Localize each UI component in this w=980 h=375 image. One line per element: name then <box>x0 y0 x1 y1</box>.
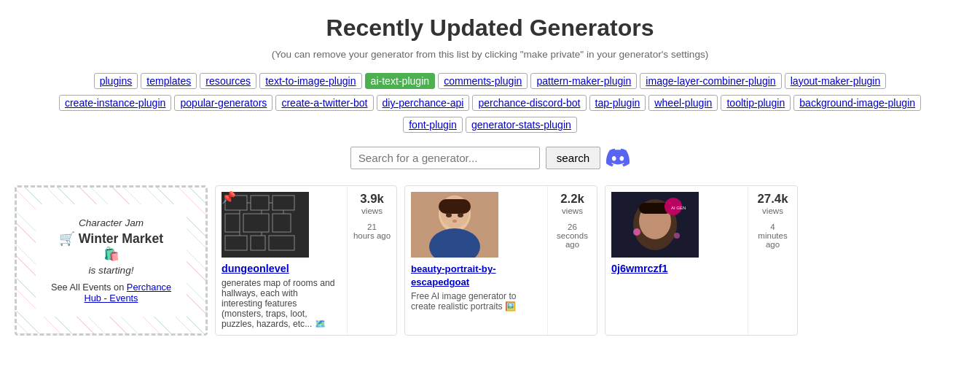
tag-comments-plugin[interactable]: comments-plugin <box>438 73 528 89</box>
search-button[interactable]: search <box>546 147 601 169</box>
event-card: Character Jam 🛒 Winter Market 🛍️ is star… <box>15 185 208 336</box>
tag-tap-plugin[interactable]: tap-plugin <box>589 95 646 111</box>
card4-time-label: minutes <box>758 231 787 240</box>
pin-icon: 📌 <box>222 190 236 204</box>
tag-layout-maker-plugin[interactable]: layout-maker-plugin <box>785 73 887 89</box>
tag-ai-text-plugin[interactable]: ai-text-plugin <box>365 73 436 89</box>
tag-text-to-image-plugin[interactable]: text-to-image-plugin <box>259 73 361 89</box>
tag-diy-perchance-api[interactable]: diy-perchance-api <box>377 95 470 111</box>
event-subtitle: is starting! <box>50 265 172 276</box>
page-subtitle: (You can remove your generator from this… <box>15 49 965 60</box>
tag-image-layer-combiner-plugin[interactable]: image-layer-combiner-plugin <box>640 73 781 89</box>
dungeonlevel-views-label: views <box>361 206 383 215</box>
event-card-inner: Character Jam 🛒 Winter Market 🛍️ is star… <box>36 204 187 317</box>
svg-point-24 <box>452 220 457 223</box>
beauty-portrait-emoji: 🖼️ <box>505 301 516 312</box>
tag-templates[interactable]: templates <box>141 73 197 89</box>
tag-plugins[interactable]: plugins <box>94 73 138 89</box>
beauty-portrait-stats: 2.2k views 26 seconds ago <box>547 186 597 335</box>
beauty-portrait-views-block: 2.2k views <box>560 192 584 215</box>
beauty-portrait-left: beauty-portrait-by-escapedgoat Free AI i… <box>405 186 547 335</box>
event-jam-label: Character Jam <box>50 217 172 228</box>
card4-views-label: views <box>762 206 783 215</box>
card4-time-val: 4 <box>770 223 775 231</box>
dungeonlevel-hours-val: 21 <box>367 223 377 231</box>
svg-point-22 <box>446 213 452 217</box>
card4-views-block: 27.4k views <box>758 192 788 215</box>
beauty-portrait-link[interactable]: beauty-portrait-by-escapedgoat <box>411 263 496 287</box>
page-container: Recently Updated Generators (You can rem… <box>0 0 980 350</box>
beauty-portrait-desc: Free AI image generator to create realis… <box>411 291 541 312</box>
card4-image: AI GEN <box>611 192 699 258</box>
tag-create-instance-plugin[interactable]: create-instance-plugin <box>59 95 172 111</box>
card4-stats: 27.4k views 4 minutes ago <box>748 186 797 335</box>
tags-row-1: pluginstemplatesresourcestext-to-image-p… <box>15 73 965 89</box>
svg-point-31 <box>633 228 640 236</box>
search-row: search <box>15 146 965 169</box>
beauty-portrait-time-suffix: ago <box>565 240 579 249</box>
event-name-text: Winter Market <box>79 231 163 246</box>
event-see-all-text: See All Events on <box>51 282 124 293</box>
svg-rect-21 <box>439 199 471 214</box>
card4: AI GEN 0j6wmrczf1 27.4k views 4 minutes <box>605 185 798 336</box>
event-name: 🛒 Winter Market 🛍️ <box>50 231 172 262</box>
discord-icon[interactable] <box>606 146 630 169</box>
tag-popular-generators[interactable]: popular-generators <box>174 95 273 111</box>
tags-row-3: font-plugingenerator-stats-plugin <box>15 117 965 133</box>
card4-link[interactable]: 0j6wmrczf1 <box>611 263 668 274</box>
tag-perchance-discord-bot[interactable]: perchance-discord-bot <box>472 95 586 111</box>
event-link-row: See All Events on Perchance Hub - Events <box>50 282 172 304</box>
tag-background-image-plugin[interactable]: background-image-plugin <box>793 95 921 111</box>
tag-pattern-maker-plugin[interactable]: pattern-maker-plugin <box>530 73 637 89</box>
dungeonlevel-title: dungeonlevel <box>222 262 341 275</box>
beauty-portrait-image <box>411 192 498 258</box>
dungeonlevel-views-block: 3.9k views <box>360 192 384 215</box>
beauty-portrait-card: beauty-portrait-by-escapedgoat Free AI i… <box>404 185 597 336</box>
beauty-portrait-title: beauty-portrait-by-escapedgoat <box>411 262 541 288</box>
dungeonlevel-emoji: 🗺️ <box>315 319 326 329</box>
dungeonlevel-link[interactable]: dungeonlevel <box>222 263 289 274</box>
svg-point-23 <box>458 213 463 217</box>
beauty-portrait-time-val: 26 <box>568 223 577 231</box>
card4-time-suffix: ago <box>766 240 780 249</box>
tag-generator-stats-plugin[interactable]: generator-stats-plugin <box>466 117 577 133</box>
beauty-portrait-views-val: 2.2k <box>560 192 584 206</box>
card4-views-val: 27.4k <box>758 192 788 206</box>
tag-create-a-twitter-bot[interactable]: create-a-twitter-bot <box>275 95 373 111</box>
tag-tooltip-plugin[interactable]: tooltip-plugin <box>721 95 791 111</box>
beauty-portrait-time-label: seconds <box>557 231 588 240</box>
tag-resources[interactable]: resources <box>200 73 256 89</box>
beauty-portrait-views-label: views <box>562 206 583 215</box>
dungeonlevel-time: 21 hours ago <box>353 223 391 240</box>
card4-left: AI GEN 0j6wmrczf1 <box>605 186 748 335</box>
cards-row: Character Jam 🛒 Winter Market 🛍️ is star… <box>15 185 965 336</box>
event-emoji-left: 🛒 <box>59 231 75 246</box>
beauty-portrait-time: 26 seconds ago <box>557 223 588 249</box>
event-emoji-right: 🛍️ <box>103 247 119 261</box>
svg-point-32 <box>674 233 680 239</box>
dungeonlevel-card-left: dungeonlevel generates map of rooms and … <box>216 186 347 335</box>
dungeonlevel-stats: 3.9k views 21 hours ago <box>347 186 396 335</box>
tag-wheel-plugin[interactable]: wheel-plugin <box>648 95 718 111</box>
card4-time: 4 minutes ago <box>758 223 787 249</box>
tags-row-2: create-instance-pluginpopular-generators… <box>15 95 965 111</box>
dungeonlevel-description: generates map of rooms and hallways, eac… <box>222 278 341 329</box>
search-input[interactable] <box>350 147 540 169</box>
dungeonlevel-views-val: 3.9k <box>360 192 384 206</box>
page-title: Recently Updated Generators <box>15 15 965 42</box>
tag-font-plugin[interactable]: font-plugin <box>403 117 463 133</box>
card4-title: 0j6wmrczf1 <box>611 262 742 275</box>
dungeonlevel-card: 📌 <box>215 185 397 336</box>
dungeonlevel-hours-label: hours ago <box>353 231 391 240</box>
svg-text:AI GEN: AI GEN <box>671 206 686 210</box>
